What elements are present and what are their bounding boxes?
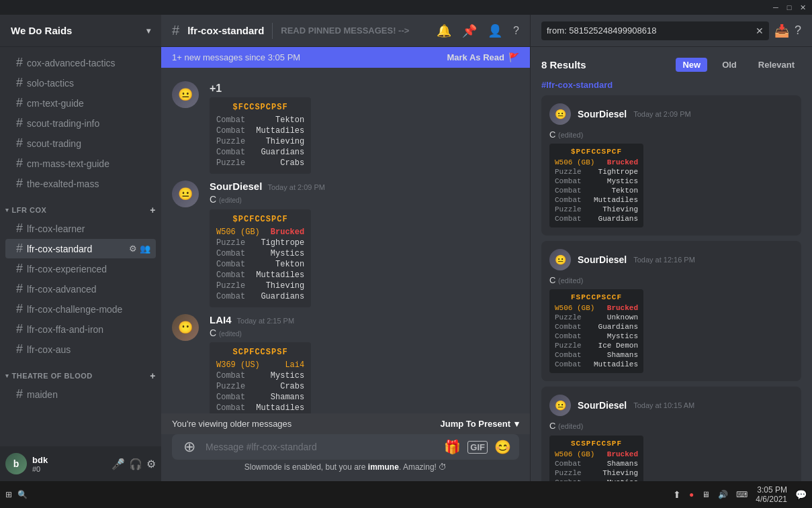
new-messages-banner[interactable]: 1+ new messages since 3:05 PM Mark As Re… <box>161 47 530 68</box>
sr-embed-title: SCSPFCCSPF <box>555 440 638 448</box>
help-icon[interactable]: ? <box>795 23 801 38</box>
mark-as-read-button[interactable]: Mark As Read 🚩 <box>447 52 520 62</box>
sr-embed-row: Combat Shamans <box>555 459 638 468</box>
close-btn[interactable]: ✕ <box>799 3 807 11</box>
chevron-down-icon: ▾ <box>514 419 519 429</box>
taskbar-notifications-btn[interactable]: 💬 <box>795 489 807 500</box>
sidebar-item-lfr-cox-experienced[interactable]: # lfr-cox-experienced <box>5 259 156 278</box>
reply-btn[interactable]: ↩ <box>478 181 496 199</box>
maximize-btn[interactable]: □ <box>785 3 793 11</box>
gift-icon[interactable]: 🎁 <box>444 439 461 455</box>
user-settings-icon[interactable]: ⚙ <box>146 458 156 470</box>
sr-timestamp: Today at 10:15 AM <box>633 401 694 409</box>
sidebar-item-scout-trading[interactable]: # scout-trading <box>5 134 156 153</box>
inbox-icon[interactable]: 📥 <box>774 23 789 38</box>
sidebar-item-cm-text-guide[interactable]: # cm-text-guide <box>5 93 156 113</box>
search-result-item[interactable]: 😐 SourDiesel Today at 10:15 AM C (edited… <box>541 387 801 481</box>
minimize-btn[interactable]: ─ <box>772 3 780 11</box>
taskbar-volume-icon[interactable]: 🔊 <box>718 490 728 499</box>
sr-embed-row: Combat Guardians <box>555 214 638 223</box>
embed-row: Combat Muttadiles <box>216 125 304 136</box>
embed-row: W369 (US) Lai4 <box>216 360 304 370</box>
sidebar-item-scout-trading-info[interactable]: # scout-trading-info <box>5 113 156 133</box>
add-channel-icon[interactable]: + <box>150 205 156 215</box>
emoji-icon[interactable]: 😊 <box>494 439 511 455</box>
embed-row: Puzzle Thieving <box>216 281 304 291</box>
add-reaction-btn[interactable]: 😊 <box>455 181 473 199</box>
message-group: 😐 +1 $FCCSPCPSF Combat Tekton <box>161 79 530 176</box>
channel-label: lfr-cox-learner <box>27 223 85 234</box>
sidebar-item-the-exalted-mass[interactable]: # the-exalted-mass <box>5 174 156 193</box>
search-input[interactable] <box>547 26 756 36</box>
taskbar-notification-icon[interactable]: ⬆ <box>673 489 681 500</box>
help-icon[interactable]: ? <box>513 25 519 37</box>
edited-label: (edited) <box>219 197 242 204</box>
sidebar-item-lfr-cox-ffa-and-iron[interactable]: # lfr-cox-ffa-and-iron <box>5 319 156 339</box>
channel-label: lfr-cox-advanced <box>27 284 97 295</box>
add-content-button[interactable]: ⊕ <box>180 438 199 456</box>
pin-icon[interactable]: 📌 <box>462 23 477 38</box>
sr-embed: $PCFCCSPCF W506 (GB) Brucked Puzzle Tigh… <box>549 144 643 227</box>
hash-icon: # <box>16 302 23 316</box>
taskbar-search[interactable]: 🔍 <box>17 490 28 499</box>
taskbar: ⊞ 🔍 ⬆ ● 🖥 🔊 ⌨ 3:05 PM 4/6/2021 💬 <box>0 481 812 508</box>
sort-old-button[interactable]: Old <box>715 58 743 72</box>
input-action-icons: 🎁 GIF 😊 <box>444 439 511 455</box>
embed-row: Combat Mystics <box>216 248 304 259</box>
settings-icon[interactable]: ⚙ <box>129 244 137 254</box>
message-input[interactable] <box>206 434 437 460</box>
sr-embed-row: Combat Muttadiles <box>555 195 638 205</box>
pinned-message-link[interactable]: READ PINNED MESSAGES! --> <box>281 26 428 36</box>
sidebar-item-lfr-cox-learner[interactable]: # lfr-cox-learner <box>5 219 156 238</box>
channel-label: lfr-cox-experienced <box>27 264 107 274</box>
category-lfr-cox[interactable]: ▾ LFR COX + <box>0 194 161 218</box>
sidebar-item-lfr-cox-standard[interactable]: # lfr-cox-standard ⚙ 👥 <box>5 239 156 258</box>
hash-icon: # <box>16 96 23 110</box>
notification-mute-icon[interactable]: 🔔 <box>437 23 451 38</box>
embed-row: Puzzle Thieving <box>216 136 304 147</box>
embed-row: Combat Mystics <box>216 370 304 381</box>
jump-to-present-button[interactable]: Jump To Present ▾ <box>440 419 519 429</box>
channel-label: cm-text-guide <box>27 98 84 109</box>
search-result-item[interactable]: 😐 SourDiesel Today at 2:09 PM C (edited)… <box>541 95 801 236</box>
sidebar-item-cm-mass-text-guide[interactable]: # cm-mass-text-guide <box>5 154 156 173</box>
channel-action-icons: ⚙ 👥 <box>129 244 150 254</box>
windows-icon: ⊞ <box>5 490 12 499</box>
more-options-btn[interactable]: ⋯ <box>500 181 519 199</box>
taskbar-date-display: 4/6/2021 <box>756 495 787 504</box>
sidebar-item-cox-advanced-tactics[interactable]: # cox-advanced-tactics <box>5 53 156 72</box>
taskbar-display-icon[interactable]: 🖥 <box>702 490 710 499</box>
message-group: 😶 LAI4 Today at 2:15 PM C (edited) SCPFC… <box>161 311 530 413</box>
sr-text: C (edited) <box>549 274 793 287</box>
taskbar-network-icon[interactable]: ⌨ <box>736 490 748 499</box>
message-embed: SCPFCCSPSF W369 (US) Lai4 Combat Mystics… <box>210 342 311 413</box>
avatar: b <box>5 453 27 474</box>
deafen-icon[interactable]: 🎧 <box>129 458 142 470</box>
members-list-icon[interactable]: 👤 <box>488 23 502 38</box>
mute-icon[interactable]: 🎤 <box>111 458 125 470</box>
members-icon[interactable]: 👥 <box>140 244 150 254</box>
message-embed: $FCCSPCPSF Combat Tekton Combat Muttadil… <box>210 97 311 174</box>
sort-relevant-button[interactable]: Relevant <box>752 58 801 72</box>
sidebar-item-lfr-cox-challenge-mode[interactable]: # lfr-cox-challenge-mode <box>5 299 156 319</box>
sidebar-item-solo-tactics[interactable]: # solo-tactics <box>5 73 156 93</box>
message-text: +1 <box>210 83 519 95</box>
add-channel-icon[interactable]: + <box>150 370 156 381</box>
hash-icon: # <box>16 176 23 191</box>
flag-icon: 🚩 <box>508 52 519 62</box>
taskbar-record-icon: ● <box>689 490 694 499</box>
search-result-item[interactable]: 😐 SourDiesel Today at 12:16 PM C (edited… <box>541 241 801 381</box>
gif-icon[interactable]: GIF <box>467 441 488 454</box>
search-clear-button[interactable]: ✕ <box>756 26 764 36</box>
sidebar-item-lfr-cox-advanced[interactable]: # lfr-cox-advanced <box>5 279 156 299</box>
server-header[interactable]: We Do Raids ▾ <box>0 15 161 47</box>
category-theatre-of-blood[interactable]: ▾ THEATRE OF BLOOD + <box>0 360 161 384</box>
sort-new-button[interactable]: New <box>676 58 707 72</box>
taskbar-start[interactable]: ⊞ <box>5 490 12 499</box>
sidebar-item-maiden[interactable]: # maiden <box>5 385 156 404</box>
sidebar-item-lfr-cox-aus[interactable]: # lfr-cox-aus <box>5 340 156 359</box>
hash-icon: # <box>16 221 23 236</box>
hash-icon: # <box>16 387 23 401</box>
sr-timestamp: Today at 12:16 PM <box>633 256 695 264</box>
category-arrow-icon: ▾ <box>5 207 9 213</box>
